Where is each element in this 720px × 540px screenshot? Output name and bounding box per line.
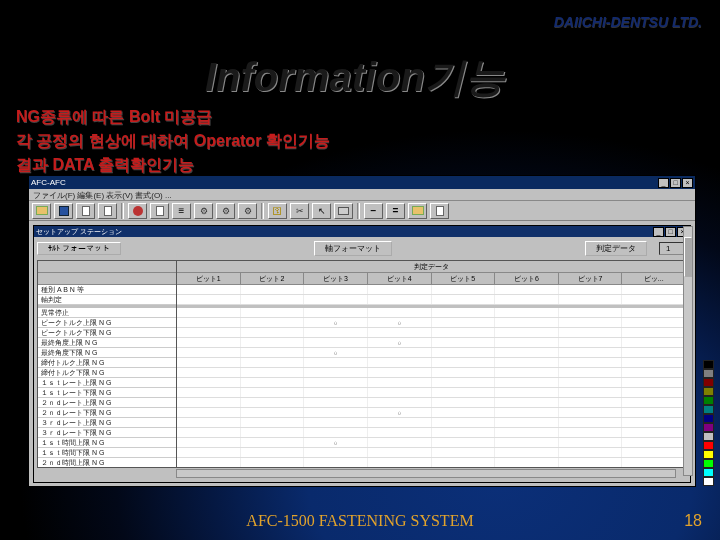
table-cell[interactable] [177,418,241,427]
table-cell[interactable] [495,318,559,327]
toolbar-minus-button[interactable]: − [364,203,383,219]
table-cell[interactable] [304,295,368,304]
table-cell[interactable] [368,448,432,457]
table-cell[interactable] [622,308,686,317]
color-swatch[interactable] [703,387,714,396]
table-cell[interactable] [368,348,432,357]
table-cell[interactable] [495,438,559,447]
table-cell[interactable] [241,438,305,447]
table-cell[interactable] [495,378,559,387]
color-swatch[interactable] [703,468,714,477]
table-cell[interactable] [304,448,368,457]
color-swatch[interactable] [703,441,714,450]
table-cell[interactable] [368,285,432,294]
table-cell[interactable] [177,458,241,467]
toolbar-open2-button[interactable] [408,203,427,219]
table-cell[interactable] [432,368,496,377]
table-cell[interactable] [241,418,305,427]
toolbar-gear3-button[interactable]: ⚙ [238,203,257,219]
toolbar-doc4-button[interactable] [430,203,449,219]
table-cell[interactable] [559,438,623,447]
table-cell[interactable] [177,348,241,357]
scrollbar-thumb[interactable] [684,237,692,277]
table-cell[interactable] [177,318,241,327]
table-cell[interactable] [368,458,432,467]
table-cell[interactable] [495,368,559,377]
maximize-button[interactable]: □ [670,178,681,188]
table-cell[interactable]: ○ [304,438,368,447]
table-cell[interactable] [559,358,623,367]
color-swatch[interactable] [703,432,714,441]
table-cell[interactable] [495,338,559,347]
table-cell[interactable] [622,368,686,377]
tab-salt-format[interactable]: ｻﾙﾄ フォーマット [37,242,121,255]
table-cell[interactable] [368,358,432,367]
table-cell[interactable] [304,285,368,294]
table-cell[interactable] [177,428,241,437]
table-cell[interactable] [559,328,623,337]
table-cell[interactable]: ○ [304,318,368,327]
table-cell[interactable] [432,458,496,467]
toolbar-save-button[interactable] [54,203,73,219]
table-cell[interactable] [559,398,623,407]
table-cell[interactable] [622,418,686,427]
table-cell[interactable] [177,408,241,417]
color-swatch[interactable] [703,450,714,459]
table-cell[interactable] [432,378,496,387]
child-minimize-button[interactable]: _ [653,227,664,237]
table-cell[interactable] [559,388,623,397]
table-cell[interactable] [495,358,559,367]
table-cell[interactable] [177,308,241,317]
table-cell[interactable] [241,458,305,467]
table-cell[interactable] [304,458,368,467]
table-cell[interactable] [622,388,686,397]
table-cell[interactable] [432,358,496,367]
color-swatch[interactable] [703,405,714,414]
table-cell[interactable] [241,408,305,417]
table-cell[interactable] [304,388,368,397]
table-cell[interactable] [368,428,432,437]
toolbar-equal-button[interactable]: = [386,203,405,219]
table-cell[interactable] [304,358,368,367]
table-cell[interactable] [304,398,368,407]
table-cell[interactable] [495,295,559,304]
table-cell[interactable] [304,338,368,347]
toolbar-doc3-button[interactable] [150,203,169,219]
toolbar-gear-button[interactable]: ⚙ [194,203,213,219]
table-cell[interactable] [495,308,559,317]
table-cell[interactable] [368,398,432,407]
minimize-button[interactable]: _ [658,178,669,188]
toolbar-cut-button[interactable]: ✂ [290,203,309,219]
table-cell[interactable] [304,308,368,317]
table-cell[interactable] [559,428,623,437]
table-cell[interactable] [622,318,686,327]
table-cell[interactable] [622,358,686,367]
table-cell[interactable] [559,408,623,417]
table-cell[interactable]: ○ [368,318,432,327]
table-cell[interactable] [432,348,496,357]
table-cell[interactable] [177,338,241,347]
table-cell[interactable] [559,338,623,347]
grid-hscrollbar[interactable] [176,469,676,478]
table-cell[interactable] [622,295,686,304]
grid-vscrollbar[interactable] [683,226,693,476]
table-cell[interactable]: ○ [304,348,368,357]
table-cell[interactable] [559,458,623,467]
table-cell[interactable] [559,368,623,377]
table-cell[interactable] [495,428,559,437]
table-cell[interactable] [368,368,432,377]
menu-bar[interactable]: ファイル(F) 編集(E) 表示(V) 書式(O) ... [29,189,695,201]
table-cell[interactable] [432,438,496,447]
child-maximize-button[interactable]: □ [665,227,676,237]
table-cell[interactable] [622,438,686,447]
table-cell[interactable] [559,418,623,427]
toolbar-open-button[interactable] [32,203,51,219]
table-cell[interactable] [432,308,496,317]
table-cell[interactable] [559,318,623,327]
table-cell[interactable] [368,438,432,447]
table-cell[interactable] [177,295,241,304]
table-cell[interactable] [432,398,496,407]
table-cell[interactable] [622,348,686,357]
table-cell[interactable] [177,398,241,407]
color-swatch[interactable] [703,423,714,432]
